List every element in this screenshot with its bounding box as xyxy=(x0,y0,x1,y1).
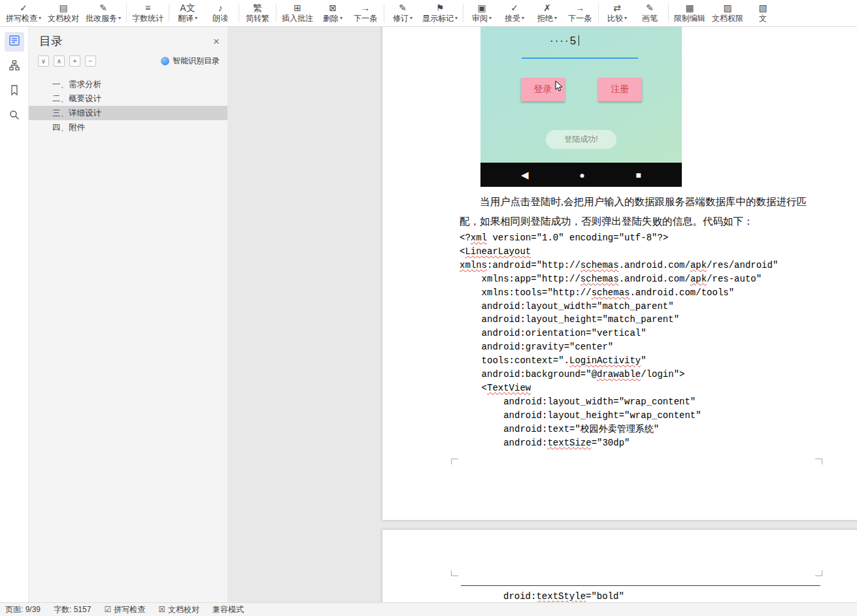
toolbar-next-comment[interactable]: →下一条 xyxy=(349,0,382,26)
close-icon[interactable]: × xyxy=(213,36,220,47)
doc-truncated-icon: ▧ xyxy=(758,3,767,14)
toc-item[interactable]: 四、附件 xyxy=(29,120,227,135)
spell-check-icon: ✓ xyxy=(20,3,27,14)
toolbar-label: 插入批注 xyxy=(282,14,313,23)
toolbar-label: 下一条 xyxy=(354,14,377,23)
page-indicator[interactable]: 页面: 9/39 xyxy=(5,604,41,615)
toc-item[interactable]: 一、需求分析 xyxy=(29,77,227,91)
compare-icon: ⇄ xyxy=(613,3,621,14)
toolbar-word-count[interactable]: ≡字数统计 xyxy=(129,0,167,26)
toolbar-accept[interactable]: ✓接受▾ xyxy=(498,0,531,26)
toolbar-separator xyxy=(276,4,277,22)
toolbar-label: 批改服务▾ xyxy=(86,14,121,23)
document-page-2[interactable]: droid:textStyle="bold" xyxy=(382,530,857,602)
toolbar-delete-comment[interactable]: ⊠删除▾ xyxy=(316,0,349,26)
spell-check-status[interactable]: ☑ 拼写检查 xyxy=(104,604,145,615)
spellcheck-error: drawable xyxy=(597,369,641,380)
document-area[interactable]: ····5 登录 注册 登陆成功! ◀ ● ■ xyxy=(227,27,857,602)
spellcheck-error: LoginActivity xyxy=(569,355,641,366)
toolbar-reject[interactable]: ✗拒绝▾ xyxy=(531,0,563,26)
toolbar-track-changes[interactable]: ✎修订▾ xyxy=(386,0,419,26)
doc-permission-icon: ▨ xyxy=(723,3,731,14)
reject-icon: ✗ xyxy=(543,3,551,14)
code-line: xmlns:android="http://schemas.android.co… xyxy=(460,259,778,272)
dropdown-arrow-icon: ▾ xyxy=(118,14,121,23)
review-icon: ▣ xyxy=(477,3,486,14)
toolbar-label: 限制编辑 xyxy=(674,14,705,23)
code-line: android:background="@drawable/login"> xyxy=(460,368,778,381)
toolbar-doc-permission[interactable]: ▨文档权限 xyxy=(709,0,747,26)
toolbar-label: 拼写检查▾ xyxy=(6,14,41,23)
search-icon xyxy=(8,109,20,123)
toc-tool-expand-all[interactable]: ∨ xyxy=(38,56,49,67)
spellcheck-error: textSize xyxy=(547,438,591,448)
toc-item[interactable]: 二、概要设计 xyxy=(29,91,227,106)
toolbar-label: 比较▾ xyxy=(607,14,627,23)
code-line: android:layout_height="wrap_content" xyxy=(460,409,778,423)
code-line: xmlns:app="http://schemas.android.com/ap… xyxy=(460,272,778,286)
toolbar-restrict-editing[interactable]: ▦限制编辑 xyxy=(671,0,709,26)
toolbar-review[interactable]: ▣审阅▾ xyxy=(465,0,498,26)
code-line: <LinearLayout xyxy=(460,245,778,259)
code-line: tools:context=".LoginActivity" xyxy=(460,354,778,368)
sidebar-item-structure[interactable] xyxy=(5,57,24,76)
toolbar-simplified-to-traditional[interactable]: 繁简转繁 xyxy=(241,0,274,26)
paragraph-line: 当用户点击登陆时,会把用户输入的数据跟服务器端数据库中的数据进行匹 xyxy=(460,192,839,212)
spellcheck-error: apk xyxy=(690,274,707,284)
toolbar-insert-comment[interactable]: ⊞插入批注 xyxy=(278,0,316,26)
outline-icon xyxy=(8,35,20,49)
toolbar-label: 拒绝▾ xyxy=(537,14,557,23)
code-line: <?xml version="1.0" encoding="utf-8"?> xyxy=(460,231,778,245)
toolbar-separator xyxy=(239,4,239,22)
code-line: android:textSize="30dp" xyxy=(460,436,778,450)
code-line: android:layout_width="wrap_content" xyxy=(460,395,778,409)
toolbar-compare[interactable]: ⇄比较▾ xyxy=(601,0,633,26)
toolbar-ink-pen[interactable]: ✎画笔 xyxy=(633,0,666,26)
toc-tool-collapse-all[interactable]: ∧ xyxy=(54,56,65,67)
code-line: <TextView xyxy=(460,381,778,395)
sidebar-item-search[interactable] xyxy=(5,106,24,126)
toolbar-next-change[interactable]: →下一条 xyxy=(563,0,596,26)
checkbox-x-icon: ☒ xyxy=(158,605,165,614)
toolbar-doc-truncated[interactable]: ▧文 xyxy=(747,0,779,26)
document-page-1[interactable]: ····5 登录 注册 登陆成功! ◀ ● ■ xyxy=(382,27,857,520)
sidebar-item-outline[interactable] xyxy=(5,32,24,52)
android-navbar: ◀ ● ■ xyxy=(480,163,682,187)
wps-review-window: ✓拼写检查▾▤文档校对✎批改服务▾≡字数统计A文翻译▾♪朗读繁简转繁⊞插入批注⊠… xyxy=(0,0,857,616)
dropdown-arrow-icon: ▾ xyxy=(554,14,557,23)
toc-tool-collapse-level[interactable]: − xyxy=(85,56,96,67)
next-comment-icon: → xyxy=(361,3,370,14)
smart-toc-button[interactable]: 智能识别目录 xyxy=(161,56,220,67)
toc-tool-expand-level[interactable]: + xyxy=(69,56,80,67)
text-caret xyxy=(579,35,579,46)
code-block: <?xml version="1.0" encoding="utf-8"?><L… xyxy=(460,231,778,450)
toolbar-separator xyxy=(169,4,169,22)
track-changes-icon: ✎ xyxy=(399,3,407,14)
next-change-icon: → xyxy=(575,3,584,14)
word-count[interactable]: 字数: 5157 xyxy=(54,604,91,615)
toolbar-translate[interactable]: A文翻译▾ xyxy=(171,0,204,26)
toc-item[interactable]: 三、详细设计 xyxy=(29,106,227,120)
toolbar-spell-check[interactable]: ✓拼写检查▾ xyxy=(3,0,44,26)
toolbar-read-aloud[interactable]: ♪朗读 xyxy=(204,0,237,26)
proofread-label: 文档校对 xyxy=(168,604,199,615)
toolbar-label: 显示标记▾ xyxy=(422,14,458,23)
dropdown-arrow-icon: ▾ xyxy=(195,14,197,23)
spellcheck-error: textStyle xyxy=(536,591,586,602)
sidebar-item-bookmark[interactable] xyxy=(5,82,24,101)
compat-mode[interactable]: 兼容模式 xyxy=(212,604,244,615)
toolbar-label: 朗读 xyxy=(212,14,228,23)
spellcheck-error: LinearLayout xyxy=(465,246,531,257)
mouse-cursor-icon xyxy=(555,80,563,95)
spellcheck-error: schemas xyxy=(580,274,619,284)
toc-panel: 目录 × ∨∧+− 智能识别目录 一、需求分析二、概要设计三、详细设计四、附件 xyxy=(29,27,227,602)
toolbar-correction-service[interactable]: ✎批改服务▾ xyxy=(82,0,124,26)
dropdown-arrow-icon: ▾ xyxy=(39,14,41,23)
proofread-status[interactable]: ☒ 文档校对 xyxy=(158,604,199,615)
toolbar-show-markup[interactable]: ⚑显示标记▾ xyxy=(419,0,461,26)
translate-icon: A文 xyxy=(180,3,195,14)
password-underline xyxy=(522,57,638,59)
code-line: android:layout_width="match_parent" xyxy=(460,300,778,314)
code-line: droid:textStyle="bold" xyxy=(503,590,624,602)
toolbar-doc-proofread[interactable]: ▤文档校对 xyxy=(44,0,82,26)
